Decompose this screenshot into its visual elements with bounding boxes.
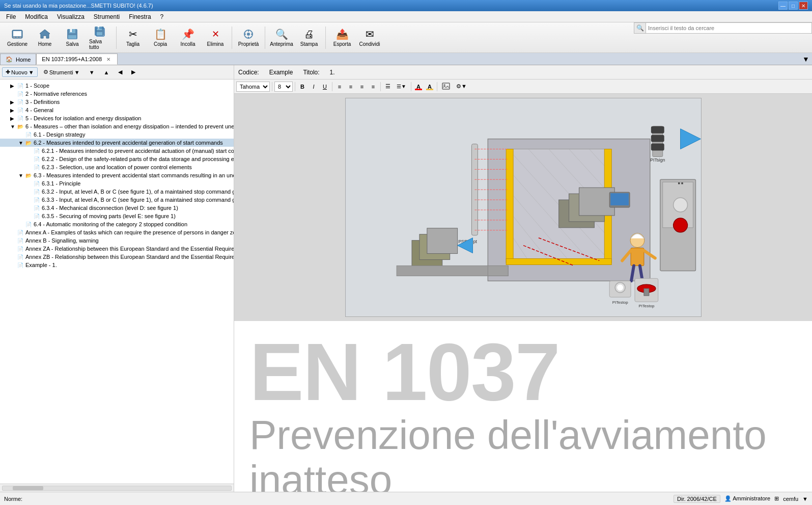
maximize-button[interactable]: □: [789, 2, 798, 10]
font-size-select[interactable]: 8: [274, 82, 293, 92]
nuovo-button[interactable]: ✚ Nuovo ▼: [2, 67, 38, 77]
tree-item[interactable]: 📄6.2.3 - Selection, use and location of …: [0, 163, 234, 171]
svg-point-16: [247, 33, 250, 36]
salva-tutto-button[interactable]: Salva tutto: [87, 24, 113, 51]
search-input[interactable]: [646, 22, 812, 34]
stampa-icon: 🖨: [303, 28, 315, 40]
underline-button[interactable]: U: [320, 83, 330, 91]
esporta-button[interactable]: 📤 Esporta: [329, 24, 355, 51]
tree-item[interactable]: 📄6.1 - Design strategy: [0, 130, 234, 139]
tree-item[interactable]: 📄6.2.1 - Measures intended to prevent ac…: [0, 147, 234, 155]
tree-item[interactable]: 📄6.4 - Automatic monitoring of the categ…: [0, 220, 234, 228]
tree-item[interactable]: 📄Example - 1.: [0, 261, 234, 269]
titlebar: Se stai usando la mia postazione...SMETT…: [0, 0, 812, 11]
hscroll-track[interactable]: [2, 486, 232, 491]
tree-item-label: Example - 1.: [25, 262, 57, 268]
copia-button[interactable]: 📋 Copia: [147, 24, 174, 51]
svg-point-79: [617, 284, 623, 290]
tree-item[interactable]: 📄6.3.1 - Principle: [0, 179, 234, 188]
tree-item[interactable]: 📄6.2.2 - Design of the safety-related pa…: [0, 155, 234, 163]
tree-item[interactable]: ▶📄3 - Definitions: [0, 98, 234, 106]
tree-item[interactable]: 📄6.3.4 - Mechanical disconnection (level…: [0, 204, 234, 212]
font-select[interactable]: Tahoma: [236, 82, 270, 92]
home-button[interactable]: Home: [32, 24, 58, 51]
tree-item[interactable]: ▼📂6.3 - Measures intended to prevent acc…: [0, 171, 234, 179]
tree-horizontal-scrollbar[interactable]: [0, 484, 234, 492]
user-info: 👤 Amministratore: [724, 495, 770, 502]
tab-en1037[interactable]: EN 1037:1995+A1:2008 ✕: [36, 54, 118, 65]
condividi-button[interactable]: ✉ Condividi: [356, 24, 383, 51]
stampa-button[interactable]: 🖨 Stampa: [296, 24, 322, 51]
close-button[interactable]: ✕: [799, 2, 808, 10]
tree-item[interactable]: ▼📂6 - Measures – other than isolation an…: [0, 122, 234, 130]
list-ol-button[interactable]: ☰▼: [394, 83, 409, 90]
align-left-button[interactable]: ≡: [334, 83, 345, 91]
menu-finestra[interactable]: Finestra: [125, 12, 155, 21]
tab-close-button[interactable]: ✕: [105, 56, 112, 63]
tree-item[interactable]: 📄6.3.3 - Input, at level A, B or C (see …: [0, 196, 234, 204]
tree-item[interactable]: ▶📄1 - Scope: [0, 82, 234, 90]
nav-forward-button[interactable]: ▶: [128, 67, 139, 77]
align-right-button[interactable]: ≡: [357, 83, 367, 91]
tree-item-label: Annex ZB - Relationship between this Eur…: [25, 254, 234, 260]
incolla-button[interactable]: 📌 Incolla: [175, 24, 201, 51]
highlight-button[interactable]: A: [425, 83, 435, 91]
strumenti-button[interactable]: ⚙ Strumenti ▼: [40, 67, 83, 77]
tree-item[interactable]: 📄2 - Normative references: [0, 90, 234, 98]
hscroll-thumb[interactable]: [13, 486, 43, 490]
insert-image-button[interactable]: [439, 82, 453, 92]
strumenti-label: Strumenti: [49, 69, 73, 75]
dropdown-icon[interactable]: ▼: [802, 496, 808, 502]
italic-button[interactable]: I: [309, 83, 319, 91]
menu-modifica[interactable]: Modifica: [21, 12, 52, 21]
search-icon[interactable]: 🔍: [634, 22, 646, 34]
strumenti-dropdown-icon: ▼: [74, 69, 80, 75]
menu-help[interactable]: ?: [156, 12, 168, 21]
proprieta-button[interactable]: Proprietà: [235, 24, 262, 51]
taglia-button[interactable]: ✂ Taglia: [120, 24, 146, 51]
nav-up-button[interactable]: ▲: [100, 68, 113, 77]
menu-visualizza[interactable]: Visualizza: [53, 12, 89, 21]
list-ul-button[interactable]: ☰: [383, 82, 393, 91]
menu-file[interactable]: File: [2, 12, 20, 21]
salva-button[interactable]: Salva: [59, 24, 86, 51]
tree-item-icon: 📄: [34, 189, 41, 195]
code-label: Codice:: [238, 69, 259, 76]
tree-item[interactable]: 📄Annex A - Examples of tasks which can r…: [0, 228, 234, 236]
tree-item[interactable]: 📄Annex B - Signalling, warning: [0, 236, 234, 245]
tree-item[interactable]: 📄6.3.5 - Securing of moving parts (level…: [0, 212, 234, 220]
copia-icon: 📋: [154, 28, 166, 40]
tree-item[interactable]: ▼📂6.2 - Measures intended to prevent acc…: [0, 139, 234, 147]
tab-home[interactable]: 🏠 Home: [0, 54, 36, 65]
gestione-button[interactable]: Gestione: [4, 24, 31, 51]
statusbar-right: Dir. 2006/42/CE 👤 Amministratore ⊞ cemfu…: [674, 495, 808, 503]
tree-item[interactable]: ▶📄5 - Devices for isolation and energy d…: [0, 114, 234, 122]
minimize-button[interactable]: —: [778, 2, 788, 10]
tree-item[interactable]: 📄Annex ZA - Relationship between this Eu…: [0, 245, 234, 253]
tab-list-button[interactable]: ▼: [800, 54, 812, 65]
elimina-button[interactable]: ✕ Elimina: [202, 24, 229, 51]
menu-strumenti[interactable]: Strumenti: [90, 12, 124, 21]
align-center-button[interactable]: ≡: [346, 83, 356, 91]
tree-item[interactable]: 📄Annex ZB - Relationship between this Eu…: [0, 253, 234, 261]
svg-point-61: [673, 198, 687, 212]
tree-item-label: Annex A - Examples of tasks which can re…: [25, 229, 234, 235]
tree-item[interactable]: ▶📄4 - General: [0, 106, 234, 114]
editor-sep-6: [437, 82, 437, 91]
anteprima-icon: 🔍: [275, 28, 288, 40]
proprieta-label: Proprietà: [238, 41, 259, 47]
main-content: PSENopt PITsign: [234, 94, 812, 492]
nav-down-button[interactable]: ▼: [86, 68, 98, 77]
font-color-button[interactable]: A: [413, 83, 424, 91]
tree-item[interactable]: 📄6.3.2 - Input, at level A, B or C (see …: [0, 188, 234, 196]
svg-rect-40: [427, 228, 457, 254]
svg-rect-42: [488, 265, 508, 276]
justify-button[interactable]: ≡: [368, 83, 378, 91]
editor-toolbar: Tahoma 8 B I U ≡ ≡ ≡ ≡ ☰ ☰▼ A A: [234, 79, 812, 94]
svg-rect-35: [506, 149, 513, 263]
nav-back-button[interactable]: ◀: [115, 67, 126, 77]
tools-button[interactable]: ⚙▼: [454, 82, 469, 91]
anteprima-button[interactable]: 🔍 Anteprima: [268, 24, 295, 51]
bold-button[interactable]: B: [297, 83, 307, 91]
svg-point-62: [673, 218, 687, 232]
